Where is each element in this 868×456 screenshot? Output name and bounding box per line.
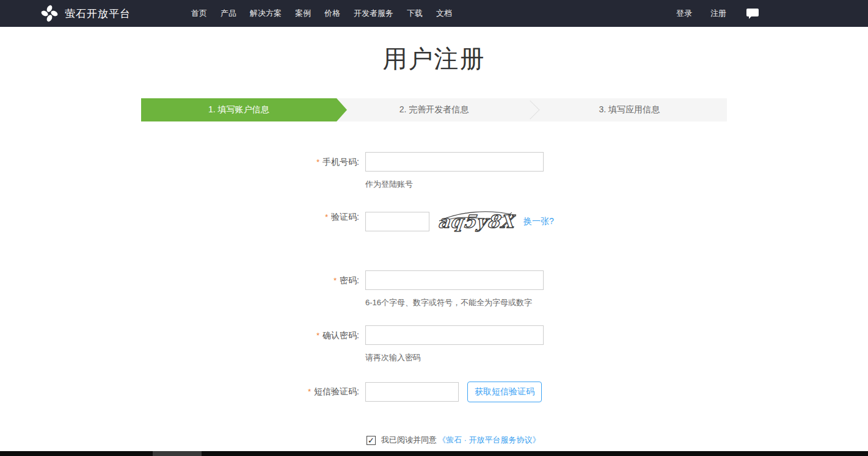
checkbox-check-icon: ✓: [368, 436, 374, 444]
brand-name: 萤石开放平台: [65, 7, 131, 21]
required-marker: *: [334, 276, 337, 285]
bottom-edge-bar: [0, 451, 868, 456]
get-sms-code-button[interactable]: 获取短信验证码: [467, 382, 542, 402]
required-marker: *: [308, 387, 311, 396]
password-label: *密码:: [141, 270, 359, 325]
brand-logo[interactable]: 萤石开放平台: [40, 4, 131, 23]
nav-item-pricing[interactable]: 价格: [318, 0, 347, 27]
password-input[interactable]: [365, 270, 544, 290]
header-right: 登录 注册: [658, 8, 759, 19]
step-3-app-info: 3. 填写应用信息: [531, 98, 727, 121]
required-marker: *: [325, 212, 328, 222]
registration-form: *手机号码: 作为登陆账号 *验证码: aq5y8X: [141, 152, 727, 456]
nav-item-home[interactable]: 首页: [184, 0, 214, 27]
registration-steps: 1. 填写账户信息 2. 完善开发者信息 3. 填写应用信息: [141, 98, 727, 121]
confirm-password-input[interactable]: [365, 325, 544, 345]
agreement-row: ✓ 我已阅读并同意 《萤石 · 开放平台服务协议》: [367, 435, 727, 446]
step-2-label: 2. 完善开发者信息: [399, 104, 469, 115]
nav-item-cases[interactable]: 案例: [288, 0, 318, 27]
captcha-input[interactable]: [365, 212, 429, 231]
login-link[interactable]: 登录: [676, 8, 692, 19]
required-marker: *: [316, 331, 319, 340]
captcha-row: *验证码: aq5y8X 换一张?: [141, 207, 727, 270]
sms-code-input[interactable]: [365, 382, 459, 402]
main-nav: 首页 产品 解决方案 案例 价格 开发者服务 下载 文档: [184, 0, 459, 27]
page-title: 用户注册: [0, 42, 868, 76]
bottom-edge-segment: [153, 451, 202, 456]
nav-item-products[interactable]: 产品: [214, 0, 243, 27]
captcha-image[interactable]: aq5y8X: [438, 207, 516, 236]
captcha-refresh-link[interactable]: 换一张?: [523, 216, 554, 227]
phone-hint: 作为登陆账号: [365, 179, 544, 190]
password-hint: 6-16个字母、数字或符号，不能全为字母或数字: [365, 297, 544, 308]
captcha-text: aq5y8X: [438, 211, 516, 232]
phone-input[interactable]: [365, 152, 544, 172]
step-1-label: 1. 填写账户信息: [208, 104, 269, 115]
confirm-password-label: *确认密码:: [141, 325, 359, 382]
sms-code-row: *短信验证码: 获取短信验证码: [141, 382, 727, 435]
phone-label: *手机号码:: [141, 152, 359, 207]
captcha-label: *验证码:: [141, 207, 359, 270]
step-1-account-info: 1. 填写账户信息: [141, 98, 337, 121]
top-navbar: 萤石开放平台 首页 产品 解决方案 案例 价格 开发者服务 下载 文档 登录 注…: [0, 0, 868, 27]
nav-item-solutions[interactable]: 解决方案: [243, 0, 288, 27]
service-agreement-link[interactable]: 《萤石 · 开放平台服务协议》: [438, 435, 541, 446]
nav-item-download[interactable]: 下载: [400, 0, 429, 27]
confirm-password-row: *确认密码: 请再次输入密码: [141, 325, 727, 382]
pinwheel-logo-icon: [40, 4, 59, 23]
step-3-label: 3. 填写应用信息: [599, 104, 660, 115]
step-2-developer-info: 2. 完善开发者信息: [337, 98, 532, 121]
agreement-checkbox[interactable]: ✓: [367, 436, 376, 445]
phone-row: *手机号码: 作为登陆账号: [141, 152, 727, 207]
agreement-text: 我已阅读并同意: [381, 435, 437, 446]
register-link[interactable]: 注册: [710, 8, 726, 19]
nav-item-docs[interactable]: 文档: [429, 0, 459, 27]
nav-item-developer-services[interactable]: 开发者服务: [347, 0, 400, 27]
sms-code-label: *短信验证码:: [141, 382, 359, 435]
confirm-password-hint: 请再次输入密码: [365, 352, 544, 363]
required-marker: *: [316, 157, 319, 167]
chat-bubble-icon[interactable]: [746, 8, 759, 19]
password-row: *密码: 6-16个字母、数字或符号，不能全为字母或数字: [141, 270, 727, 325]
